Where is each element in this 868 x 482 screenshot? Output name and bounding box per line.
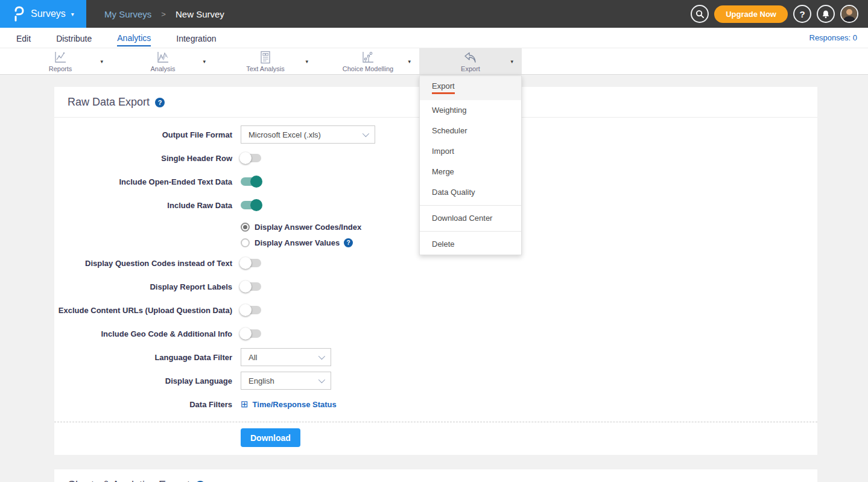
bell-icon xyxy=(822,10,830,19)
caret-down-icon[interactable]: ▾ xyxy=(203,59,206,65)
toolbar-choice-modelling[interactable]: Choice Modelling ▾ xyxy=(317,48,419,74)
menu-item-merge[interactable]: Merge xyxy=(420,162,521,182)
menu-item-download-center[interactable]: Download Center xyxy=(420,208,521,229)
answer-codes-radio-label: Display Answer Codes/Index xyxy=(255,223,361,232)
analysis-chart-icon xyxy=(156,51,170,64)
exclude-urls-label: Exclude Content URLs (Upload Question Da… xyxy=(54,306,232,315)
raw-data-export-help-icon[interactable]: ? xyxy=(155,98,165,107)
toggle-knob xyxy=(239,152,252,164)
breadcrumb-my-surveys[interactable]: My Surveys xyxy=(104,9,151,19)
caret-down-icon[interactable]: ▾ xyxy=(305,59,308,65)
charts-analytics-export-title: Charts & Analytics Export xyxy=(68,479,190,482)
raw-data-label: Include Raw Data xyxy=(54,201,232,210)
help-button[interactable]: ? xyxy=(793,5,811,23)
caret-down-icon: ▾ xyxy=(71,11,74,17)
tab-edit[interactable]: Edit xyxy=(16,30,31,46)
toggle-knob xyxy=(239,281,252,293)
question-codes-row: Display Question Codes instead of Text xyxy=(54,254,817,272)
answer-values-radio[interactable] xyxy=(241,238,250,247)
output-file-format-label: Output File Format xyxy=(54,130,232,139)
exclude-urls-toggle[interactable] xyxy=(241,306,261,314)
avatar[interactable] xyxy=(840,5,858,23)
reports-chart-icon xyxy=(53,51,68,64)
toggle-knob xyxy=(239,257,252,269)
question-codes-label: Display Question Codes instead of Text xyxy=(54,259,232,268)
single-header-toggle[interactable] xyxy=(241,154,261,162)
toolbar-choice-modelling-label: Choice Modelling xyxy=(343,65,393,72)
data-filters-label: Data Filters xyxy=(54,400,232,409)
breadcrumb-separator-icon: > xyxy=(161,10,166,19)
report-labels-toggle[interactable] xyxy=(241,282,261,291)
toggle-knob xyxy=(250,176,262,188)
geo-code-label: Include Geo Code & Additional Info xyxy=(54,329,232,338)
search-button[interactable] xyxy=(691,5,709,23)
caret-down-icon[interactable]: ▾ xyxy=(510,59,513,65)
menu-item-data-quality[interactable]: Data Quality xyxy=(420,182,521,203)
language-filter-select[interactable]: All xyxy=(241,348,331,366)
breadcrumb: My Surveys > New Survey xyxy=(104,0,224,28)
menu-divider xyxy=(420,231,521,232)
menu-item-scheduler[interactable]: Scheduler xyxy=(420,121,521,141)
breadcrumb-current-survey: New Survey xyxy=(176,9,224,19)
geo-code-row: Include Geo Code & Additional Info xyxy=(54,325,817,343)
single-header-label: Single Header Row xyxy=(54,154,232,163)
language-filter-row: Language Data Filter All xyxy=(54,348,817,366)
menu-item-export[interactable]: Export xyxy=(420,76,521,100)
display-language-value: English xyxy=(249,376,274,385)
output-file-format-select[interactable]: Microsoft Excel (.xls) xyxy=(241,125,375,144)
charts-analytics-export-card: Charts & Analytics Export ? xyxy=(54,469,817,482)
topbar-actions: Upgrade Now ? xyxy=(691,0,868,28)
toolbar-reports[interactable]: Reports ▾ xyxy=(9,48,112,74)
tab-distribute[interactable]: Distribute xyxy=(56,30,92,46)
survey-tab-bar: Edit Distribute Analytics Integration Re… xyxy=(0,28,868,48)
caret-down-icon[interactable]: ▾ xyxy=(100,59,103,65)
toolbar-text-analysis-label: Text Analysis xyxy=(246,65,285,72)
tab-integration[interactable]: Integration xyxy=(176,30,216,46)
data-filters-row: Data Filters ⊞ Time/Response Status xyxy=(54,395,817,413)
raw-data-export-title: Raw Data Export xyxy=(68,96,150,109)
caret-down-icon[interactable]: ▾ xyxy=(408,59,411,65)
notifications-button[interactable] xyxy=(817,5,835,23)
chevron-down-icon xyxy=(318,376,325,383)
chevron-down-icon xyxy=(318,353,325,360)
export-arrow-icon xyxy=(463,51,478,64)
raw-data-toggle[interactable] xyxy=(241,201,261,209)
time-response-status-link[interactable]: Time/Response Status xyxy=(253,400,337,409)
answer-codes-radio[interactable] xyxy=(241,223,250,232)
display-language-label: Display Language xyxy=(54,376,232,385)
analytics-toolbar: Reports ▾ Analysis ▾ Text Analysis ▾ Cho… xyxy=(0,48,868,75)
toolbar-reports-label: Reports xyxy=(49,65,72,72)
menu-item-import[interactable]: Import xyxy=(420,141,521,162)
open-ended-toggle[interactable] xyxy=(241,177,261,186)
answer-values-help-icon[interactable]: ? xyxy=(344,238,353,247)
question-codes-toggle[interactable] xyxy=(241,259,261,267)
menu-item-weighting[interactable]: Weighting xyxy=(420,100,521,121)
open-ended-label: Include Open-Ended Text Data xyxy=(54,177,232,186)
responses-count: Responses: 0 xyxy=(809,33,858,42)
display-language-row: Display Language English xyxy=(54,372,817,390)
output-file-format-value: Microsoft Excel (.xls) xyxy=(249,130,321,139)
answer-values-radio-label: Display Answer Values xyxy=(255,238,340,247)
toolbar-text-analysis[interactable]: Text Analysis ▾ xyxy=(214,48,317,74)
toggle-knob xyxy=(239,328,252,340)
surveys-product-menu[interactable]: Surveys ▾ xyxy=(0,0,86,28)
choice-modelling-icon xyxy=(361,51,375,64)
chevron-down-icon xyxy=(363,130,369,137)
display-language-select[interactable]: English xyxy=(241,372,331,390)
geo-code-toggle[interactable] xyxy=(241,329,261,338)
text-analysis-icon xyxy=(259,51,271,64)
toggle-knob xyxy=(250,199,262,211)
toolbar-analysis[interactable]: Analysis ▾ xyxy=(112,48,214,74)
upgrade-now-button[interactable]: Upgrade Now xyxy=(714,5,788,23)
exclude-urls-row: Exclude Content URLs (Upload Question Da… xyxy=(54,301,817,319)
tab-analytics[interactable]: Analytics xyxy=(117,30,151,46)
search-icon xyxy=(695,10,705,19)
language-filter-value: All xyxy=(249,353,257,362)
toolbar-analysis-label: Analysis xyxy=(151,65,176,72)
report-labels-label: Display Report Labels xyxy=(54,282,232,291)
download-button[interactable]: Download xyxy=(241,428,300,447)
menu-item-delete[interactable]: Delete xyxy=(420,234,521,255)
add-filter-icon[interactable]: ⊞ xyxy=(241,399,249,410)
toolbar-export[interactable]: Export ▾ xyxy=(419,48,522,74)
toggle-knob xyxy=(239,304,252,316)
